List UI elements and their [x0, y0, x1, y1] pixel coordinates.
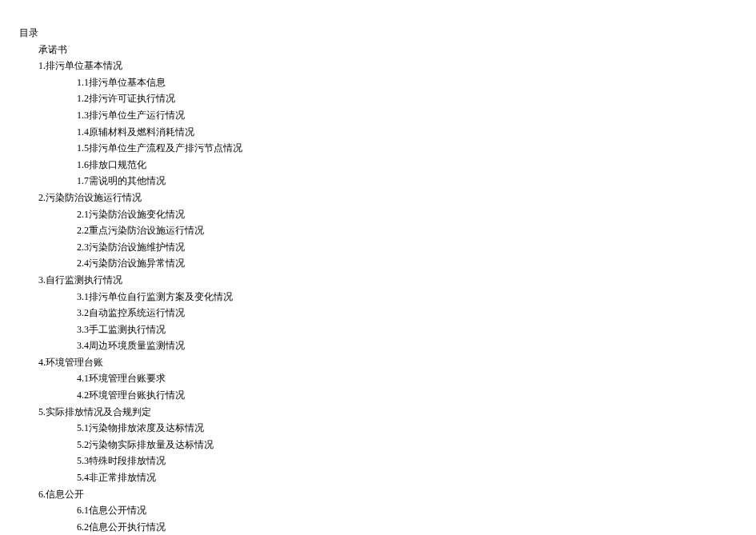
toc-subsection[interactable]: 3.3手工监测执行情况: [19, 322, 740, 337]
toc-subsection[interactable]: 1.5排污单位生产流程及产排污节点情况: [19, 141, 740, 156]
toc-section[interactable]: 2.污染防治设施运行情况: [19, 190, 740, 206]
toc-subsection[interactable]: 2.1污染防治设施变化情况: [19, 207, 740, 222]
toc-subsection[interactable]: 3.4周边环境质量监测情况: [19, 338, 740, 353]
toc-subsection[interactable]: 4.1环境管理台账要求: [19, 371, 740, 386]
toc-subsection[interactable]: 1.2排污许可证执行情况: [19, 91, 740, 106]
toc-subsection[interactable]: 5.1污染物排放浓度及达标情况: [19, 421, 740, 436]
toc-subsection[interactable]: 2.3污染防治设施维护情况: [19, 240, 740, 255]
toc-title: 目录: [19, 26, 740, 41]
toc-subsection[interactable]: 5.3特殊时段排放情况: [19, 453, 740, 469]
toc-subsection[interactable]: 2.4污染防治设施异常情况: [19, 256, 740, 271]
toc-section[interactable]: 1.排污单位基本情况: [19, 58, 740, 74]
toc-sections: 1.排污单位基本情况1.1排污单位基本信息1.2排污许可证执行情况1.3排污单位…: [19, 58, 740, 535]
toc-subsection[interactable]: 1.7需说明的其他情况: [19, 174, 740, 189]
toc-subsection[interactable]: 5.4非正常排放情况: [19, 470, 740, 485]
toc-subsection[interactable]: 2.2重点污染防治设施运行情况: [19, 223, 740, 238]
toc-subsection[interactable]: 3.1排污单位自行监测方案及变化情况: [19, 289, 740, 305]
toc-entry-pledge[interactable]: 承诺书: [19, 42, 740, 58]
toc-subsection[interactable]: 6.2信息公开执行情况: [19, 520, 740, 535]
toc-section[interactable]: 5.实际排放情况及合规判定: [19, 405, 740, 420]
toc-section[interactable]: 3.自行监测执行情况: [19, 273, 740, 288]
toc-subsection[interactable]: 6.1信息公开情况: [19, 503, 740, 518]
toc-subsection[interactable]: 4.2环境管理台账执行情况: [19, 388, 740, 403]
toc-subsection[interactable]: 3.2自动监控系统运行情况: [19, 305, 740, 321]
toc-subsection[interactable]: 1.4原辅材料及燃料消耗情况: [19, 125, 740, 140]
toc-section[interactable]: 4.环境管理台账: [19, 355, 740, 370]
toc-subsection[interactable]: 1.1排污单位基本信息: [19, 75, 740, 90]
toc-section[interactable]: 6.信息公开: [19, 487, 740, 502]
toc-subsection[interactable]: 5.2污染物实际排放量及达标情况: [19, 437, 740, 453]
toc-subsection[interactable]: 1.6排放口规范化: [19, 158, 740, 173]
toc-subsection[interactable]: 1.3排污单位生产运行情况: [19, 108, 740, 123]
table-of-contents: 目录 承诺书 1.排污单位基本情况1.1排污单位基本信息1.2排污许可证执行情况…: [19, 26, 740, 535]
